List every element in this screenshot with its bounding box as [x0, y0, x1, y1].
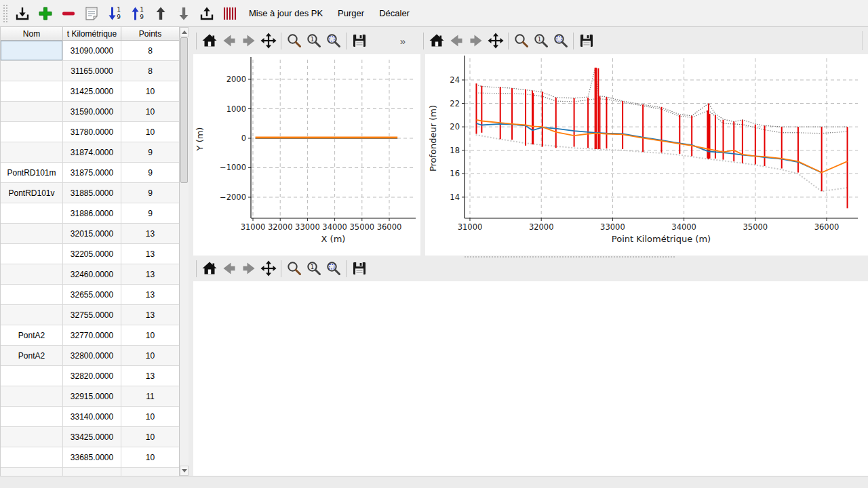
cell-pk[interactable]: 32205.0000 — [63, 244, 121, 264]
cell-pk[interactable]: 31885.0000 — [63, 183, 121, 203]
cell-points[interactable] — [121, 468, 179, 476]
xy-plot-canvas[interactable]: 310003200033000340003500036000−2000−1000… — [193, 54, 420, 256]
cell-nom[interactable] — [1, 386, 63, 407]
back-button[interactable] — [219, 30, 239, 51]
cell-nom[interactable] — [1, 142, 63, 163]
cell-points[interactable]: 10 — [121, 407, 179, 427]
cell-points[interactable]: 13 — [121, 366, 179, 386]
cell-nom[interactable] — [1, 407, 63, 427]
cell-points[interactable]: 10 — [121, 102, 179, 122]
cell-pk[interactable]: 32915.0000 — [63, 386, 121, 407]
cell-points[interactable]: 10 — [121, 81, 179, 102]
cell-points[interactable]: 10 — [121, 427, 179, 447]
sort-number-asc-button[interactable]: 19 — [126, 3, 149, 24]
cell-pk[interactable]: 32770.0000 — [63, 325, 121, 346]
zoom-one-button[interactable]: 1 — [531, 30, 551, 51]
cell-nom[interactable] — [1, 122, 63, 142]
cell-points[interactable]: 13 — [121, 264, 179, 285]
toolbar-grip[interactable] — [3, 5, 7, 22]
sort-number-desc-button[interactable]: 19 — [103, 3, 126, 24]
zoom-one-button[interactable]: 1 — [304, 30, 323, 51]
shift-button[interactable]: Décaler — [372, 3, 417, 24]
cell-points[interactable]: 10 — [121, 447, 179, 468]
cell-pk[interactable]: 33425.0000 — [63, 427, 121, 447]
cell-pk[interactable]: 31165.0000 — [63, 61, 121, 81]
toolbar-overflow-button[interactable]: » — [396, 35, 410, 47]
cell-nom[interactable]: PontA2 — [1, 325, 63, 346]
cell-nom[interactable] — [1, 468, 63, 476]
header-points[interactable]: Points — [121, 27, 179, 40]
cell-nom[interactable] — [1, 244, 63, 264]
zoom-fit-button[interactable] — [323, 30, 343, 51]
move-up-button[interactable] — [149, 3, 172, 24]
import-button[interactable] — [11, 3, 34, 24]
scrollbar-thumb[interactable] — [180, 37, 188, 183]
cell-nom[interactable] — [1, 427, 63, 447]
save-button[interactable] — [349, 258, 369, 279]
cell-points[interactable]: 9 — [121, 203, 179, 224]
scroll-down-button[interactable] — [180, 466, 189, 476]
cell-points[interactable]: 8 — [121, 61, 179, 81]
cell-points[interactable]: 11 — [121, 386, 179, 407]
back-button[interactable] — [219, 258, 239, 279]
empty-plot-canvas[interactable] — [193, 281, 868, 476]
cell-pk[interactable]: 32655.0000 — [63, 285, 121, 305]
pan-button[interactable] — [258, 30, 278, 51]
splitter-grip-dots[interactable] — [465, 256, 675, 258]
cell-pk[interactable]: 31425.0000 — [63, 81, 121, 102]
header-point-kilometrique[interactable]: t Kilométrique — [63, 27, 121, 40]
panel-splitter[interactable] — [189, 27, 193, 476]
cell-pk[interactable]: 31090.0000 — [63, 41, 121, 61]
remove-button[interactable] — [57, 3, 80, 24]
cell-pk[interactable] — [63, 468, 121, 476]
cell-pk[interactable]: 33140.0000 — [63, 407, 121, 427]
cell-points[interactable]: 13 — [121, 244, 179, 264]
zoom-button[interactable] — [284, 258, 304, 279]
notes-button[interactable] — [80, 3, 103, 24]
cell-nom[interactable]: PontRD101v — [1, 183, 63, 203]
cell-nom[interactable]: PontRD101m — [1, 163, 63, 183]
cell-points[interactable]: 9 — [121, 142, 179, 163]
cell-pk[interactable]: 31874.0000 — [63, 142, 121, 163]
forward-button[interactable] — [466, 30, 486, 51]
cell-pk[interactable]: 32460.0000 — [63, 264, 121, 285]
zoom-button[interactable] — [511, 30, 531, 51]
move-down-button[interactable] — [172, 3, 195, 24]
stripes-button[interactable] — [218, 3, 241, 24]
cell-nom[interactable] — [1, 41, 63, 61]
zoom-one-button[interactable]: 1 — [304, 258, 323, 279]
cell-nom[interactable] — [1, 305, 63, 325]
scroll-up-button[interactable] — [180, 27, 189, 37]
cell-pk[interactable]: 32755.0000 — [63, 305, 121, 325]
back-button[interactable] — [446, 30, 466, 51]
cell-points[interactable]: 8 — [121, 41, 179, 61]
cell-points[interactable]: 13 — [121, 285, 179, 305]
cell-points[interactable]: 9 — [121, 183, 179, 203]
cell-points[interactable]: 10 — [121, 346, 179, 366]
cell-points[interactable]: 13 — [121, 305, 179, 325]
scrollbar-track[interactable] — [180, 37, 189, 466]
save-button[interactable] — [349, 30, 369, 51]
pan-button[interactable] — [486, 30, 505, 51]
table-scrollbar[interactable] — [179, 27, 189, 476]
cell-nom[interactable] — [1, 61, 63, 81]
cell-pk[interactable]: 33685.0000 — [63, 447, 121, 468]
forward-button[interactable] — [239, 258, 258, 279]
cell-nom[interactable] — [1, 366, 63, 386]
cell-points[interactable]: 10 — [121, 325, 179, 346]
home-button[interactable] — [427, 30, 446, 51]
cell-nom[interactable]: PontA2 — [1, 346, 63, 366]
add-button[interactable] — [34, 3, 57, 24]
pan-button[interactable] — [258, 258, 278, 279]
cell-nom[interactable] — [1, 447, 63, 468]
zoom-fit-button[interactable] — [551, 30, 570, 51]
cell-pk[interactable]: 31875.0000 — [63, 163, 121, 183]
cell-pk[interactable]: 32015.0000 — [63, 224, 121, 244]
cell-pk[interactable]: 32800.0000 — [63, 346, 121, 366]
zoom-button[interactable] — [284, 30, 304, 51]
zoom-fit-button[interactable] — [323, 258, 343, 279]
home-button[interactable] — [199, 30, 219, 51]
cell-points[interactable]: 13 — [121, 224, 179, 244]
header-nom[interactable]: Nom — [1, 27, 63, 40]
update-pk-button[interactable]: Mise à jour des PK — [241, 3, 330, 24]
